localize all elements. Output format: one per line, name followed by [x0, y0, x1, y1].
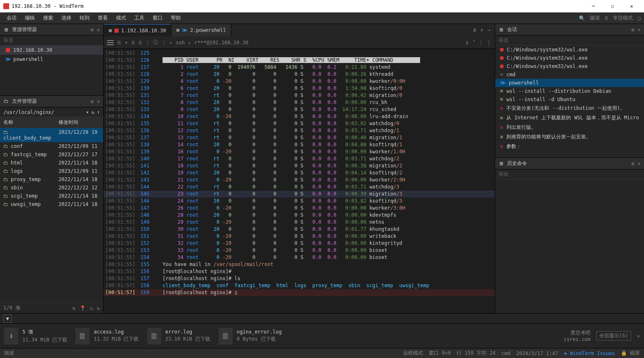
session-item[interactable]: ⌘从 Internet 上下载最新的 WSL 版本，而不是从 Micro — [495, 113, 644, 123]
layout-icon[interactable]: ▢ — [638, 15, 641, 21]
session-item[interactable]: C:/Windows/system32/wsl.exe — [495, 54, 644, 62]
gear-icon[interactable]: ⚙ — [91, 99, 94, 104]
gear-icon[interactable]: ⚙ — [632, 161, 634, 167]
minimize-button[interactable]: ─ — [584, 0, 603, 12]
file-row[interactable]: 🗀sbin2022/12/22 12 — [0, 184, 103, 192]
maximize-button[interactable]: ☐ — [603, 0, 622, 12]
folder-icon: 🗀 — [3, 185, 8, 191]
menu-编辑[interactable]: 编辑 — [22, 13, 38, 23]
refresh-icon[interactable]: ↻ — [97, 305, 100, 311]
x-menu[interactable]: X — [605, 15, 608, 21]
status-mode[interactable]: 远程模式 — [403, 350, 423, 357]
close-button[interactable]: ✕ — [622, 0, 641, 12]
menu-工具[interactable]: 工具 — [131, 13, 148, 23]
menu-会话[interactable]: 会话 — [3, 13, 20, 23]
close-panel-icon[interactable]: ✕ — [638, 161, 641, 167]
file-row[interactable]: 🗀logs2023/12/09 11 — [0, 167, 103, 175]
terminal-output[interactable]: [00:51:55]125 [00:51:55]126 PID USER PR … — [104, 49, 495, 313]
file-row[interactable]: 🗀proxy_temp2022/11/14 18 — [0, 175, 103, 184]
breadcrumb-ssh[interactable]: ssh — [176, 40, 185, 46]
download-item[interactable]: 🗎error.log23.10 KiB 已下载 — [147, 328, 210, 344]
menu-查看[interactable]: 查看 — [95, 13, 111, 23]
file-row[interactable]: 🗀client_body_temp2023/12/28 19 — [0, 128, 103, 142]
focus-mode[interactable]: 专注模式 — [613, 15, 633, 22]
menu-模式[interactable]: 模式 — [113, 13, 129, 23]
status-encoding[interactable]: cmd — [501, 351, 510, 356]
gear-icon[interactable]: ⚙ — [91, 27, 94, 33]
menu-搜索[interactable]: 搜索 — [40, 13, 56, 23]
file-row[interactable]: 🗀html2022/11/14 18 — [0, 159, 103, 167]
chevron-down-icon[interactable]: ˅ — [473, 40, 475, 46]
tab-plus-icon[interactable]: + — [481, 27, 484, 33]
file-row[interactable]: 🗀scgi_temp2022/11/14 18 — [0, 192, 103, 200]
info-icon[interactable]: ⓘ — [153, 39, 158, 46]
tab[interactable]: 1.192.168.10.30 — [104, 24, 171, 36]
tab[interactable]: ≫2.powershell — [171, 24, 231, 36]
file-row[interactable]: 🗀fastcgi_temp2023/12/27 17 — [0, 150, 103, 159]
session-label: C:/Windows/system32/wsl.exe — [507, 47, 588, 53]
sessions-filter[interactable]: 筛选 — [495, 36, 644, 46]
path-input[interactable]: /usr/local/nginx/ — [3, 109, 83, 115]
session-item[interactable]: C:/Windows/system32/wsl.exe — [495, 62, 644, 70]
folder-icon: 🗀 — [3, 201, 8, 207]
session-item[interactable]: ⌘wsl --install -d Ubuntu — [495, 95, 644, 104]
resource-manager-header: ▤ 资源管理器 ⚙ ✕ — [0, 24, 103, 36]
session-item[interactable]: ⌘参数： — [495, 142, 644, 151]
close-panel-icon[interactable]: ✕ — [97, 99, 100, 104]
menu-选择[interactable]: 选择 — [58, 13, 75, 23]
search-icon[interactable]: 🔍 — [579, 15, 585, 21]
download-icon[interactable]: ⬇ — [4, 328, 18, 344]
up-icon[interactable]: ↑ — [97, 109, 100, 115]
resource-filter[interactable]: 筛选 — [0, 36, 103, 46]
session-item[interactable]: ⌘不安装分发(无法和 --distribution 一起使用)。 — [495, 104, 644, 113]
refresh-icon[interactable]: ↻ — [92, 109, 95, 115]
show-all-button[interactable]: 全部显示(S) — [596, 331, 631, 341]
new-icon[interactable]: ⎘ — [139, 40, 142, 46]
copy-icon[interactable]: ⎘ — [118, 40, 121, 46]
session-item[interactable]: ⌘wsl --install --distribution Debian — [495, 87, 644, 95]
collapse-button[interactable]: ▼ — [3, 314, 12, 323]
close-downloads-icon[interactable]: ✕ — [637, 333, 640, 339]
session-item[interactable]: ⌨cmd — [495, 70, 644, 79]
hamburger-icon[interactable] — [107, 40, 114, 45]
session-item[interactable]: ≫powershell — [495, 79, 644, 87]
file-row[interactable]: 🗀uwsgi_temp2022/11/14 18 — [0, 200, 103, 208]
sync-icon[interactable]: ⇅ — [72, 305, 75, 311]
session-item[interactable]: ⌘列出发行版。 — [495, 123, 644, 132]
tunnel-menu[interactable]: 隧道 — [590, 15, 600, 22]
session-label: 则推荐的功能将与默认分发一起安装。 — [506, 133, 591, 140]
history-filter[interactable]: 筛选 — [495, 169, 644, 179]
status-window[interactable]: 窗口 0×0 — [429, 350, 451, 357]
statusbar: 就绪 远程模式 窗口 0×0 行 159 字符 24 cmd 2024/3/17… — [0, 348, 644, 358]
menu-转到[interactable]: 转到 — [76, 13, 93, 23]
tab-more-icon[interactable]: ⋯ — [488, 27, 491, 33]
close-panel-icon[interactable]: ✕ — [638, 27, 641, 33]
windterm-issues-link[interactable]: ⬘ WindTerm Issues — [564, 351, 615, 356]
tab-a-icon[interactable]: A — [473, 27, 476, 33]
tab-status-dot — [109, 29, 112, 32]
col-name[interactable]: 名称 — [3, 119, 58, 126]
session-item[interactable]: ⌘则推荐的功能将与默认分发一起安装。 — [495, 132, 644, 142]
status-position[interactable]: 行 159 字符 24 — [457, 350, 496, 357]
dl-name: nginx_error.log — [237, 329, 282, 335]
breadcrumb-host[interactable]: r***@192.168.10.30 — [194, 40, 248, 46]
resource-item[interactable]: 192.168.10.30 — [0, 46, 103, 55]
menu-帮助[interactable]: 帮助 — [168, 13, 184, 23]
menu-窗口[interactable]: 窗口 — [149, 13, 166, 23]
pin-icon[interactable]: 📍 — [80, 305, 86, 311]
download-item[interactable]: 🗎nginx_error.log0 Bytes 已下载 — [219, 328, 282, 344]
session-item[interactable]: C:/Windows/system32/wsl.exe — [495, 46, 644, 54]
file-row[interactable]: 🗀conf2023/12/09 11 — [0, 142, 103, 150]
home-icon[interactable]: ⌂ — [90, 305, 93, 311]
downloads-bar: ⬇ 5 项 11.34 MiB 已下载 🗎access.log11.32 MiB… — [0, 323, 644, 348]
lock-button[interactable]: 🔒 锁屏 — [621, 350, 640, 357]
paste-icon[interactable]: ⎘ — [132, 40, 135, 46]
next-icon[interactable]: ❯ — [466, 40, 469, 46]
col-time[interactable]: 修改时间 — [58, 119, 100, 126]
more-icon[interactable]: ⋮ — [486, 40, 491, 46]
download-item[interactable]: 🗎access.log11.32 MiB 已下载 — [75, 328, 139, 344]
gear-icon[interactable]: ⚙ — [632, 27, 634, 33]
close-panel-icon[interactable]: ✕ — [97, 27, 100, 33]
resource-item[interactable]: ≫powershell — [0, 55, 103, 64]
chevron-down-icon[interactable]: ▾ — [86, 109, 89, 115]
